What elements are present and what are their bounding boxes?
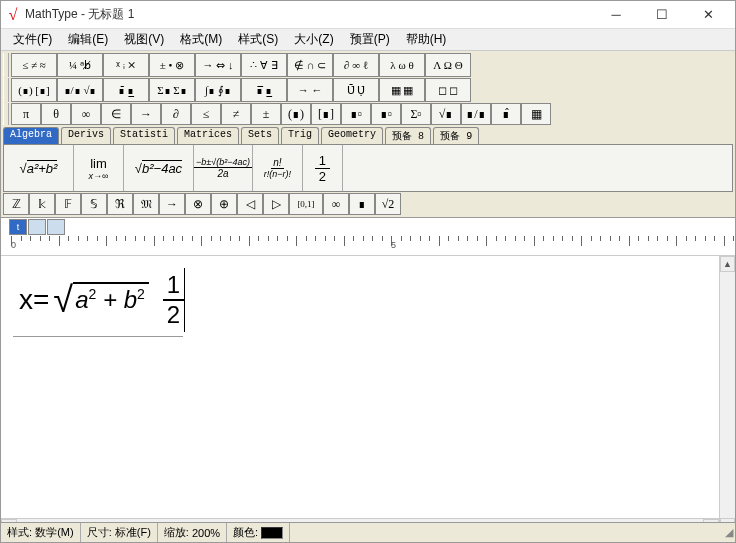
maximize-button[interactable]: ☐	[639, 1, 685, 29]
tmpl-hat[interactable]: ∎̂	[491, 103, 521, 125]
close-button[interactable]: ✕	[685, 1, 731, 29]
tab-trig[interactable]: Trig	[281, 127, 319, 144]
palette-prods[interactable]: Ū̇ Ụ̇	[333, 78, 379, 102]
tab-algebra[interactable]: Algebra	[3, 127, 59, 144]
menu-help[interactable]: 帮助(H)	[398, 31, 455, 48]
color-swatch[interactable]	[261, 527, 283, 539]
ruler[interactable]: 0 5	[1, 236, 735, 256]
tab-sets[interactable]: Sets	[241, 127, 279, 144]
palette-set[interactable]: ∉ ∩ ⊂	[287, 53, 333, 77]
palette-embellish[interactable]: ᵡ ᵢ ⨯	[103, 53, 149, 77]
menu-edit[interactable]: 编辑(E)	[60, 31, 116, 48]
scroll-up-icon[interactable]: ▲	[720, 256, 735, 272]
tmpl-sum[interactable]: Σ▫	[401, 103, 431, 125]
sym-arrow[interactable]: →	[131, 103, 161, 125]
palette-misc[interactable]: ∂ ∞ ℓ	[333, 53, 379, 77]
slot-1[interactable]: t	[9, 219, 27, 235]
vertical-scrollbar[interactable]: ▲ ▼	[719, 256, 735, 534]
tmpl-sub[interactable]: ∎▫	[341, 103, 371, 125]
radical-icon: √	[53, 282, 73, 318]
palette-spaces[interactable]: ¼ ᵃb̸	[57, 53, 103, 77]
sym-partial[interactable]: ∂	[161, 103, 191, 125]
status-size[interactable]: 尺寸: 标准(F)	[81, 523, 158, 542]
menu-bar: 文件(F) 编辑(E) 视图(V) 格式(M) 样式(S) 大小(Z) 预置(P…	[1, 29, 735, 51]
tab-derivs[interactable]: Derivs	[61, 127, 111, 144]
palette-underbar[interactable]: ∎̅ ∎̲	[241, 78, 287, 102]
sym-ne[interactable]: ≠	[221, 103, 251, 125]
toolbar-grip[interactable]	[3, 103, 9, 125]
sym-box[interactable]: ∎	[349, 193, 375, 215]
template-pythag[interactable]: √a²+b²	[4, 145, 74, 191]
palette-integrals[interactable]: ∫∎ ∮∎	[195, 78, 241, 102]
minimize-button[interactable]: ─	[593, 1, 639, 29]
palette-fractions[interactable]: ∎/∎ √∎	[57, 78, 103, 102]
status-zoom[interactable]: 缩放: 200%	[158, 523, 227, 542]
tmpl-frac[interactable]: ∎/∎	[461, 103, 491, 125]
sym-infty[interactable]: ∞	[71, 103, 101, 125]
palette-label-arrows[interactable]: → ←	[287, 78, 333, 102]
tab-geometry[interactable]: Geometry	[321, 127, 383, 144]
menu-style[interactable]: 样式(S)	[230, 31, 286, 48]
template-limit[interactable]: lim x→∞	[74, 145, 124, 191]
status-color[interactable]: 颜色:	[227, 523, 290, 542]
sym-inf[interactable]: ∞	[323, 193, 349, 215]
sym-interval[interactable]: [0,1]	[289, 193, 323, 215]
template-combination[interactable]: n! r!(n−r)!	[253, 145, 303, 191]
sym-pi[interactable]: π	[11, 103, 41, 125]
resize-grip-icon[interactable]: ◢	[719, 526, 735, 539]
sym-in[interactable]: ∈	[101, 103, 131, 125]
menu-file[interactable]: 文件(F)	[5, 31, 60, 48]
sym-k[interactable]: 𝕜	[29, 193, 55, 215]
sym-sqrt2[interactable]: √2	[375, 193, 401, 215]
tmpl-sqrt[interactable]: √∎	[431, 103, 461, 125]
palette-relations[interactable]: ≤ ≠ ≈	[11, 53, 57, 77]
template-discriminant[interactable]: √b²−4ac	[124, 145, 194, 191]
tab-statistics[interactable]: Statisti	[113, 127, 175, 144]
slot-3[interactable]	[47, 219, 65, 235]
palette-logic[interactable]: ∴ ∀ ∃	[241, 53, 287, 77]
palette-greek-upper[interactable]: Λ Ω Θ	[425, 53, 471, 77]
toolbar-grip[interactable]	[3, 78, 9, 102]
sym-f[interactable]: 𝔽	[55, 193, 81, 215]
sym-triangle-r[interactable]: ▷	[263, 193, 289, 215]
slot-2[interactable]	[28, 219, 46, 235]
tab-matrices[interactable]: Matrices	[177, 127, 239, 144]
template-half[interactable]: 1 2	[303, 145, 343, 191]
sym-le[interactable]: ≤	[191, 103, 221, 125]
tmpl-bracket[interactable]: [∎]	[311, 103, 341, 125]
sym-oplus[interactable]: ⊕	[211, 193, 237, 215]
palette-greek-lower[interactable]: λ ω θ	[379, 53, 425, 77]
palette-sums[interactable]: Σ∎ Σ∎	[149, 78, 195, 102]
title-bar: √ MathType - 无标题 1 ─ ☐ ✕	[1, 1, 735, 29]
tmpl-matrix[interactable]: ▦	[521, 103, 551, 125]
menu-prefs[interactable]: 预置(P)	[342, 31, 398, 48]
sym-pm[interactable]: ±	[251, 103, 281, 125]
sym-otimes[interactable]: ⊗	[185, 193, 211, 215]
scroll-track[interactable]	[720, 272, 735, 518]
menu-size[interactable]: 大小(Z)	[286, 31, 341, 48]
sym-z[interactable]: ℤ	[3, 193, 29, 215]
sym-re[interactable]: ℜ	[107, 193, 133, 215]
tmpl-sup[interactable]: ∎▫	[371, 103, 401, 125]
sym-s[interactable]: 𝕊	[81, 193, 107, 215]
status-style[interactable]: 样式: 数学(M)	[1, 523, 81, 542]
tab-reserve-9[interactable]: 预备 9	[433, 127, 479, 144]
palette-boxes[interactable]: ◻ ◻	[425, 78, 471, 102]
menu-format[interactable]: 格式(M)	[172, 31, 230, 48]
window-title: MathType - 无标题 1	[25, 6, 593, 23]
sym-theta[interactable]: θ	[41, 103, 71, 125]
palette-arrows[interactable]: → ⇔ ↓	[195, 53, 241, 77]
tmpl-paren[interactable]: (∎)	[281, 103, 311, 125]
palette-matrices[interactable]: ▦ ▦	[379, 78, 425, 102]
toolbar-grip[interactable]	[3, 53, 9, 77]
palette-operators[interactable]: ± • ⊗	[149, 53, 195, 77]
tab-reserve-8[interactable]: 预备 8	[385, 127, 431, 144]
sym-m[interactable]: 𝔐	[133, 193, 159, 215]
sym-to[interactable]: →	[159, 193, 185, 215]
template-quadratic[interactable]: −b±√(b²−4ac) 2a	[194, 145, 253, 191]
sym-triangle-l[interactable]: ◁	[237, 193, 263, 215]
palette-fences[interactable]: (∎) [∎]	[11, 78, 57, 102]
menu-view[interactable]: 视图(V)	[116, 31, 172, 48]
equation-editor[interactable]: x= √ a2 + b2 1 2 ▲ ▼ ◀ ▶	[1, 256, 735, 534]
palette-overbar[interactable]: ∎̄ ∎̲	[103, 78, 149, 102]
